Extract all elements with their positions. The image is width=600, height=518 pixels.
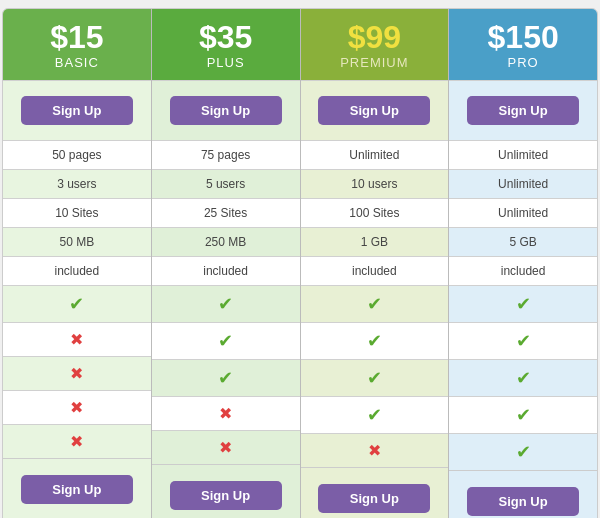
basic-feature-4: included (3, 256, 151, 285)
plan-plus: $35 PLUS Sign Up75 pages5 users25 Sites2… (152, 9, 301, 518)
plus-feature-2: 25 Sites (152, 198, 300, 227)
premium-signup-button-bottom[interactable]: Sign Up (318, 484, 430, 513)
basic-bottom-signup-row: Sign Up (3, 458, 151, 518)
pro-bottom-signup-row: Sign Up (449, 470, 597, 518)
basic-bool-3: ✖ (3, 390, 151, 424)
plus-signup-button-bottom[interactable]: Sign Up (170, 481, 282, 510)
premium-header: $99 PREMIUM (301, 9, 449, 80)
premium-signup-button-top[interactable]: Sign Up (318, 96, 430, 125)
premium-feature-3: 1 GB (301, 227, 449, 256)
basic-signup-button-bottom[interactable]: Sign Up (21, 475, 133, 504)
plus-price: $35 (160, 21, 292, 53)
basic-feature-2: 10 Sites (3, 198, 151, 227)
premium-bool-1: ✔ (301, 322, 449, 359)
plus-signup-button-top[interactable]: Sign Up (170, 96, 282, 125)
plus-bool-4: ✖ (152, 430, 300, 464)
pro-bool-3: ✔ (449, 396, 597, 433)
pro-signup-button-bottom[interactable]: Sign Up (467, 487, 579, 516)
check-icon: ✔ (218, 294, 233, 314)
premium-feature-2: 100 Sites (301, 198, 449, 227)
cross-icon: ✖ (219, 439, 232, 456)
plus-name: PLUS (160, 55, 292, 70)
plan-premium: $99 PREMIUM Sign UpUnlimited10 users100 … (301, 9, 450, 518)
cross-icon: ✖ (70, 365, 83, 382)
basic-price: $15 (11, 21, 143, 53)
premium-bool-0: ✔ (301, 285, 449, 322)
premium-top-signup-row: Sign Up (301, 80, 449, 140)
premium-bottom-signup-row: Sign Up (301, 467, 449, 518)
check-icon: ✔ (367, 368, 382, 388)
premium-bool-2: ✔ (301, 359, 449, 396)
cross-icon: ✖ (368, 442, 381, 459)
cross-icon: ✖ (219, 405, 232, 422)
pro-name: PRO (457, 55, 589, 70)
check-icon: ✔ (218, 331, 233, 351)
plus-bool-1: ✔ (152, 322, 300, 359)
check-icon: ✔ (516, 405, 531, 425)
premium-bool-4: ✖ (301, 433, 449, 467)
basic-feature-0: 50 pages (3, 140, 151, 169)
pro-signup-button-top[interactable]: Sign Up (467, 96, 579, 125)
cross-icon: ✖ (70, 399, 83, 416)
plus-bool-2: ✔ (152, 359, 300, 396)
pro-feature-2: Unlimited (449, 198, 597, 227)
pro-feature-4: included (449, 256, 597, 285)
plus-bottom-signup-row: Sign Up (152, 464, 300, 518)
check-icon: ✔ (367, 331, 382, 351)
pro-bool-1: ✔ (449, 322, 597, 359)
plus-bool-0: ✔ (152, 285, 300, 322)
plus-top-signup-row: Sign Up (152, 80, 300, 140)
premium-feature-4: included (301, 256, 449, 285)
plus-feature-1: 5 users (152, 169, 300, 198)
check-icon: ✔ (367, 294, 382, 314)
premium-feature-1: 10 users (301, 169, 449, 198)
plan-pro: $150 PRO Sign UpUnlimitedUnlimitedUnlimi… (449, 9, 597, 518)
plan-basic: $15 BASIC Sign Up50 pages3 users10 Sites… (3, 9, 152, 518)
pro-top-signup-row: Sign Up (449, 80, 597, 140)
plus-header: $35 PLUS (152, 9, 300, 80)
plus-feature-4: included (152, 256, 300, 285)
basic-header: $15 BASIC (3, 9, 151, 80)
check-icon: ✔ (516, 442, 531, 462)
basic-bool-1: ✖ (3, 322, 151, 356)
basic-bool-2: ✖ (3, 356, 151, 390)
pro-bool-0: ✔ (449, 285, 597, 322)
check-icon: ✔ (516, 368, 531, 388)
plus-feature-0: 75 pages (152, 140, 300, 169)
plus-feature-3: 250 MB (152, 227, 300, 256)
check-icon: ✔ (516, 294, 531, 314)
pro-feature-0: Unlimited (449, 140, 597, 169)
basic-name: BASIC (11, 55, 143, 70)
pricing-table: $15 BASIC Sign Up50 pages3 users10 Sites… (2, 8, 598, 518)
pro-price: $150 (457, 21, 589, 53)
basic-top-signup-row: Sign Up (3, 80, 151, 140)
premium-name: PREMIUM (309, 55, 441, 70)
plus-bool-3: ✖ (152, 396, 300, 430)
check-icon: ✔ (516, 331, 531, 351)
cross-icon: ✖ (70, 433, 83, 450)
basic-bool-0: ✔ (3, 285, 151, 322)
basic-signup-button-top[interactable]: Sign Up (21, 96, 133, 125)
pro-feature-1: Unlimited (449, 169, 597, 198)
premium-feature-0: Unlimited (301, 140, 449, 169)
premium-price: $99 (309, 21, 441, 53)
basic-feature-3: 50 MB (3, 227, 151, 256)
premium-bool-3: ✔ (301, 396, 449, 433)
pro-bool-2: ✔ (449, 359, 597, 396)
pro-header: $150 PRO (449, 9, 597, 80)
check-icon: ✔ (218, 368, 233, 388)
basic-feature-1: 3 users (3, 169, 151, 198)
pro-feature-3: 5 GB (449, 227, 597, 256)
cross-icon: ✖ (70, 331, 83, 348)
check-icon: ✔ (367, 405, 382, 425)
check-icon: ✔ (69, 294, 84, 314)
basic-bool-4: ✖ (3, 424, 151, 458)
pro-bool-4: ✔ (449, 433, 597, 470)
